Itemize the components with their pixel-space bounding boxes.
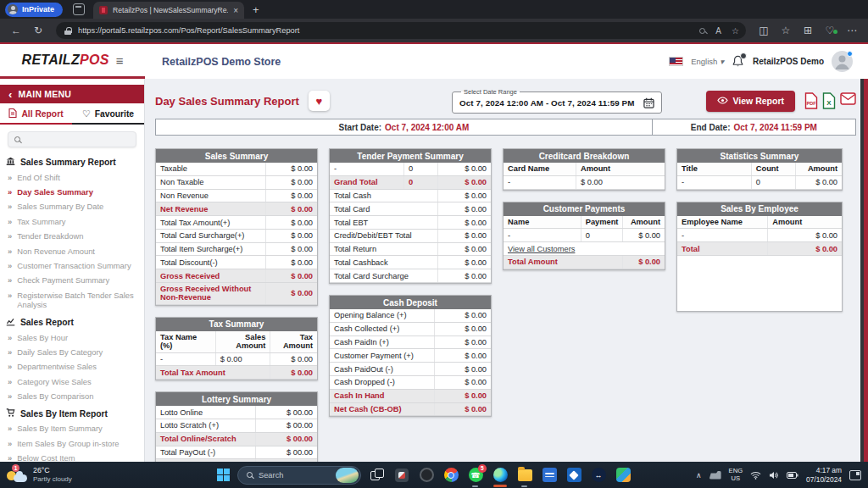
svg-text:PDF: PDF xyxy=(807,101,817,106)
sidebar-item-registerwise-batch-tender-sales-analysis[interactable]: »Registerwise Batch Tender Sales Analysi… xyxy=(0,288,144,313)
favourite-heart-button[interactable]: ♥ xyxy=(309,91,330,111)
split-screen-icon[interactable]: ◫ xyxy=(754,25,773,36)
favorite-star-icon[interactable]: ☆ xyxy=(732,26,739,36)
clock[interactable]: 4:17 am 07/10/2024 xyxy=(806,466,842,484)
email-report-icon[interactable] xyxy=(840,92,856,109)
sidebar-menu: Sales Summary Report»End Of Shift»Day Sa… xyxy=(0,152,144,462)
weather-icon: 1 xyxy=(7,468,27,482)
report-search-input[interactable] xyxy=(25,136,126,144)
sidebar-item-below-cost-item[interactable]: »Below Cost Item xyxy=(0,451,144,462)
export-pdf-icon[interactable]: PDF xyxy=(804,92,818,109)
table-title: Tax Summary xyxy=(156,318,317,331)
table-header-row: Card NameAmount xyxy=(504,163,665,175)
remote-desktop-icon[interactable] xyxy=(541,467,558,484)
retailzpos-logo[interactable]: RETAILZPOS xyxy=(22,53,109,68)
sidebar-item-sales-summary-by-date[interactable]: »Sales Summary By Date xyxy=(0,200,144,214)
language-indicator[interactable]: ENGUS xyxy=(729,468,743,482)
search-label: Search xyxy=(259,471,330,480)
bank-icon xyxy=(6,157,15,168)
tray-chevron-icon[interactable]: ∧ xyxy=(696,471,702,480)
table-title: Customer Payments xyxy=(504,202,665,216)
read-aloud-icon[interactable]: A xyxy=(715,26,721,36)
favorites-icon[interactable]: ☆ xyxy=(776,25,795,36)
zoom-out-icon[interactable] xyxy=(699,26,705,36)
table-row: -0$ 0.00 xyxy=(330,163,491,175)
sidebar-item-sales-by-item-summary[interactable]: »Sales By Item Summary xyxy=(0,422,144,436)
page-title: RetailzPOS Demo Store xyxy=(162,56,281,68)
tray-date: 07/10/2024 xyxy=(806,475,842,485)
whatsapp-icon[interactable]: ☎5 xyxy=(467,467,484,484)
table-row: -$ 0.00 xyxy=(504,175,665,189)
notifications-bell-icon[interactable] xyxy=(732,55,745,69)
app-icon[interactable] xyxy=(418,467,435,484)
refresh-icon[interactable]: ↻ xyxy=(29,25,47,36)
menu-toggle-icon[interactable]: ≡ xyxy=(116,53,124,68)
back-icon[interactable]: ← xyxy=(7,25,25,36)
calendar-icon[interactable] xyxy=(643,97,654,108)
table-header-row: Employee NameAmount xyxy=(677,216,842,229)
sidebar-item-item-sales-by-group-in-store[interactable]: »Item Sales By Group in-store xyxy=(0,436,144,451)
sidebar-item-sales-by-comparison[interactable]: »Sales By Comparison xyxy=(0,389,144,403)
tab-favourite[interactable]: ♡ Favourite xyxy=(72,103,144,125)
wifi-icon[interactable] xyxy=(750,471,761,480)
report-search[interactable] xyxy=(8,131,136,147)
language-selector[interactable]: English▾ xyxy=(691,57,724,66)
user-avatar[interactable] xyxy=(832,51,853,72)
view-all-customers-link[interactable]: View all Customers xyxy=(504,242,665,256)
bluestacks-icon[interactable] xyxy=(615,467,632,484)
page-scrollbar-thumb[interactable] xyxy=(864,79,868,462)
notification-center-icon[interactable] xyxy=(849,470,861,480)
battery-icon[interactable] xyxy=(787,472,798,479)
table-row: Total EBT$ 0.00 xyxy=(330,216,491,230)
collections-icon[interactable]: ⊞ xyxy=(798,25,817,36)
lock-icon xyxy=(64,27,71,35)
sidebar-item-tax-summary[interactable]: »Tax Summary xyxy=(0,214,144,229)
table-row: Total$ 0.00 xyxy=(677,242,842,256)
sidebar-item-sales-by-hour[interactable]: »Sales By Hour xyxy=(0,330,144,345)
chrome-icon[interactable] xyxy=(442,467,459,484)
page-scrollbar-track[interactable] xyxy=(860,79,868,462)
date-range-picker[interactable]: Select Date Range Oct 7, 2024 12:00 AM -… xyxy=(452,88,662,114)
tab-all-report[interactable]: All Report xyxy=(0,103,72,125)
close-tab-icon[interactable]: × xyxy=(233,6,238,15)
sidebar-item-tender-breakdown[interactable]: »Tender Breakdown xyxy=(0,229,144,243)
volume-icon[interactable] xyxy=(769,471,779,480)
export-excel-icon[interactable]: X xyxy=(822,92,836,109)
sidebar-section-sales-summary-report[interactable]: Sales Summary Report xyxy=(0,152,144,170)
cart-icon xyxy=(6,408,15,419)
sidebar-item-check-payment-summary[interactable]: »Check Payment Summary xyxy=(0,273,144,287)
chevrons-right-icon: » xyxy=(8,424,12,434)
table-row: Total PayOut (-)$ 00.00 xyxy=(156,446,317,459)
edge-icon[interactable] xyxy=(492,467,509,484)
teamviewer-icon[interactable]: ↔ xyxy=(590,467,607,484)
new-tab-button[interactable]: + xyxy=(253,3,259,16)
sidebar-item-end-of-shift[interactable]: »End Of Shift xyxy=(0,170,144,185)
tab-actions-icon[interactable] xyxy=(73,3,85,15)
sidebar-item-day-sales-summary[interactable]: »Day Sales Summary xyxy=(0,185,144,199)
sidebar-section-sales-by-item-report[interactable]: Sales By Item Report xyxy=(0,404,144,422)
snipping-tool-icon[interactable] xyxy=(393,467,410,484)
sidebar-item-departmentwise-sales[interactable]: »Departmentwise Sales xyxy=(0,360,144,374)
main-menu-back[interactable]: ‹ MAIN MENU xyxy=(0,85,144,103)
settings-menu-icon[interactable]: ⋯ xyxy=(843,25,861,36)
weather-widget[interactable]: 1 26°C Partly cloudy xyxy=(0,466,142,484)
sidebar-item-daily-sales-by-category[interactable]: »Daily Sales By Category xyxy=(0,345,144,359)
inprivate-badge[interactable]: InPrivate xyxy=(5,3,63,17)
anydesk-icon[interactable] xyxy=(565,467,582,484)
browser-tab[interactable]: RetailzPos | NewSalesSummaryRe... × xyxy=(93,2,244,19)
data-table: Lotto Online$ 00.00Lotto Scratch (+)$ 00… xyxy=(156,406,317,462)
view-report-button[interactable]: View Report xyxy=(706,91,796,112)
sidebar-section-sales-report[interactable]: Sales Report xyxy=(0,313,144,330)
tray-app-icon[interactable] xyxy=(709,471,721,480)
taskbar-search[interactable]: Search xyxy=(237,466,361,485)
address-bar[interactable]: https://portal5.retailzpos.com/Pos/Repor… xyxy=(56,22,746,39)
browser-essentials-icon[interactable]: ♡ xyxy=(821,25,839,36)
sidebar-item-non-revenue-amount[interactable]: »Non Revenue Amount xyxy=(0,244,144,258)
sidebar-item-category-wise-sales[interactable]: »Category Wise Sales xyxy=(0,374,144,389)
task-view-icon[interactable] xyxy=(369,467,386,484)
file-explorer-icon[interactable] xyxy=(516,467,533,484)
start-button[interactable] xyxy=(217,469,230,481)
sidebar: ‹ MAIN MENU All Report ♡ Favourite Sales… xyxy=(0,79,145,462)
table-row: Total Item Surcharge(+)$ 0.00 xyxy=(156,242,317,256)
sidebar-item-customer-transaction-summary[interactable]: »Customer Transaction Summary xyxy=(0,258,144,273)
